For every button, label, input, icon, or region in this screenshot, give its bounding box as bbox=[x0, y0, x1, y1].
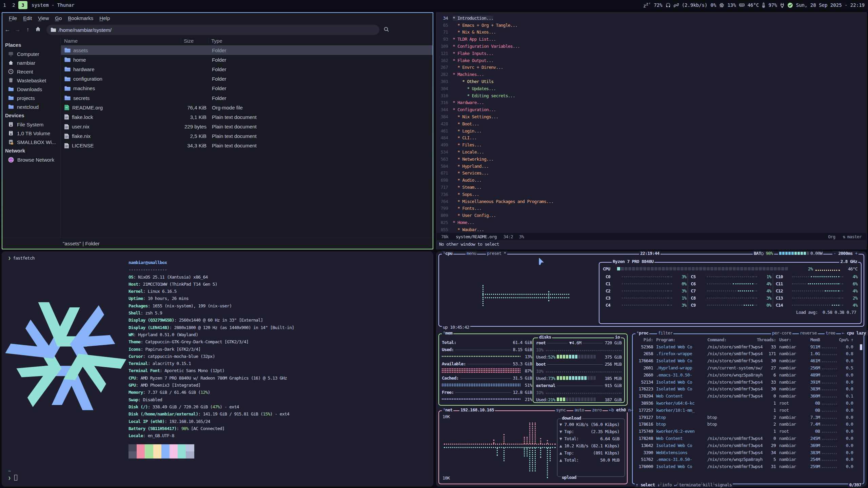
process-row[interactable]: 52368Isolated Web Co/nix/store/sm8fmrf3w… bbox=[633, 343, 864, 350]
org-heading[interactable]: 484 * CLI... bbox=[436, 135, 866, 142]
up-button[interactable]: ↑ bbox=[23, 26, 33, 33]
org-heading[interactable]: 764 * Miscellaneous Packages and Program… bbox=[436, 198, 866, 205]
org-heading[interactable]: 384 * Nix Settings... bbox=[436, 113, 866, 120]
network-icon[interactable] bbox=[674, 3, 679, 8]
menu-go[interactable]: Go bbox=[52, 15, 65, 21]
process-row[interactable]: 2658.firefox-wrappe/nix/store/sm8fmrf3wp… bbox=[633, 350, 864, 358]
menu-button[interactable]: menu bbox=[466, 251, 477, 256]
process-row[interactable]: 51762.emacs-31.0.50-/nix/store/wnqz5pa8r… bbox=[633, 456, 864, 463]
file-row-secrets[interactable]: secrets Folder bbox=[61, 93, 433, 103]
workspace-3[interactable]: 3 bbox=[18, 1, 27, 9]
org-heading[interactable]: 282* Machines... bbox=[436, 71, 866, 78]
file-row-README.org[interactable]: README.org 76,4 KiBOrg-mode file bbox=[61, 103, 433, 112]
org-heading[interactable]: 855 * Waubar... bbox=[436, 226, 866, 233]
org-heading[interactable]: 267 * Envrc + Direnv... bbox=[436, 64, 866, 71]
process-row[interactable]: 176223Isolated Web Co/nix/store/sm8fmrf3… bbox=[633, 386, 864, 393]
sidebar-item-1-0-tb-volume[interactable]: 1,0 TB Volume bbox=[2, 129, 60, 138]
sidebar-item-computer[interactable]: Computer bbox=[2, 49, 60, 58]
sidebar-item-nambiar[interactable]: nambiar bbox=[2, 58, 60, 67]
org-heading[interactable]: 316* Hardware... bbox=[436, 99, 866, 106]
process-row[interactable]: 2601.Hyprland-wrapp/run/current-system/s… bbox=[633, 364, 864, 371]
process-row[interactable]: 178248Web Content/nix/store/sm8fmrf3wps4… bbox=[633, 435, 864, 442]
net-auto-button[interactable]: auto bbox=[573, 407, 585, 412]
btop-window[interactable]: ¹cpu menu preset * 22:19:44 BAT○ 98% 0.0… bbox=[436, 251, 867, 487]
sidebar-item-downloads[interactable]: Downloads bbox=[2, 85, 60, 94]
org-heading[interactable]: 461 * Login... bbox=[436, 127, 866, 135]
process-row[interactable]: 176000Isolated Web Co/nix/store/sm8fmrf3… bbox=[633, 463, 864, 470]
file-row-assets[interactable]: assets Folder bbox=[61, 45, 433, 55]
menu-bookmarks[interactable]: Bookmarks bbox=[65, 15, 96, 21]
org-heading[interactable]: 65 * Emacs + Org + Tangle... bbox=[436, 22, 866, 29]
file-row-flake.nix[interactable]: flake.nix 2,5 KiBPlain text document bbox=[61, 131, 433, 141]
org-heading[interactable]: 799 * Fonts... bbox=[436, 205, 866, 212]
net-sync-button[interactable]: sync bbox=[555, 407, 567, 412]
forward-button[interactable]: → bbox=[13, 26, 23, 33]
search-icon[interactable] bbox=[383, 26, 389, 33]
sidebar-item-wastebasket[interactable]: Wastebasket bbox=[2, 76, 60, 85]
org-heading[interactable]: 671 * Services... bbox=[436, 170, 866, 177]
path-bar[interactable]: /home/nambiar/system/ bbox=[46, 25, 379, 35]
org-heading[interactable]: 303 * Other Utils bbox=[436, 78, 866, 85]
per-core-button[interactable]: per-core bbox=[771, 330, 792, 336]
process-row[interactable]: 3390WebExtensions/nix/store/sm8fmrf3wps4… bbox=[633, 449, 864, 456]
org-heading[interactable]: 304 * Updates... bbox=[436, 85, 866, 92]
sidebar-item-projects[interactable]: projects bbox=[2, 94, 60, 102]
process-row[interactable]: 175749kworker/6:2-even 1root0B 0.0 bbox=[633, 428, 864, 435]
volume-value[interactable]: 72% bbox=[654, 2, 662, 8]
process-row[interactable]: 179127btopbtop 2nambiar7.3M 0.0 bbox=[633, 414, 864, 421]
back-button[interactable]: ← bbox=[2, 26, 13, 33]
emacs-buffer[interactable]: 34* Introduction... 65 * Emacs + Org + T… bbox=[436, 15, 866, 233]
file-list-header[interactable]: NameSizeType bbox=[61, 37, 433, 45]
process-row[interactable]: 2660.emacs-31.0.50-/nix/store/wnqz5pa8ra… bbox=[633, 371, 864, 379]
sidebar-item-file-system[interactable]: File System bbox=[2, 120, 60, 129]
file-row-home[interactable]: home Folder bbox=[61, 55, 433, 64]
workspace-2[interactable]: 2 bbox=[9, 1, 18, 9]
org-heading[interactable]: 121* Flake Inputs... bbox=[436, 50, 866, 57]
org-heading[interactable]: 698 * Audio... bbox=[436, 177, 866, 184]
menu-view[interactable]: View bbox=[35, 15, 52, 21]
org-heading[interactable]: 71 * Nix & Nixos... bbox=[436, 29, 866, 36]
workspace-1[interactable]: 1 bbox=[0, 1, 9, 9]
org-heading[interactable]: 428 * Boot... bbox=[436, 120, 866, 127]
tree-button[interactable]: tree bbox=[825, 330, 836, 336]
preset-button[interactable]: preset * bbox=[486, 251, 507, 256]
proc-filter-button[interactable]: filter bbox=[657, 330, 673, 336]
process-row[interactable]: 177257kworker/10:1-mm_ 1root0B 0.0 bbox=[633, 407, 864, 414]
menu-help[interactable]: Help bbox=[96, 15, 113, 21]
org-heading[interactable]: 563 * Networking... bbox=[436, 156, 866, 163]
process-row[interactable]: 38936kworker/u64:6-kc 1root0B 0.0 bbox=[633, 400, 864, 407]
org-heading[interactable]: 809 * User Config... bbox=[436, 212, 866, 219]
file-row-machines[interactable]: machines Folder bbox=[61, 84, 433, 93]
process-row[interactable]: 13642Isolated Web Co/nix/store/sm8fmrf3w… bbox=[633, 442, 864, 449]
org-heading[interactable]: 93* TLDR App List... bbox=[436, 36, 866, 43]
process-row[interactable]: 52134Isolated Web Co/nix/store/sm8fmrf3w… bbox=[633, 379, 864, 386]
sidebar-item-recent[interactable]: Recent bbox=[2, 67, 60, 76]
org-heading[interactable]: 584 * Hyprland... bbox=[436, 163, 866, 170]
file-row-flake.lock[interactable]: flake.lock 3,1 KiBPlain text document bbox=[61, 112, 433, 122]
org-heading[interactable]: 162* Flake Output... bbox=[436, 57, 866, 64]
idle-inhibit-icon[interactable]: zzᶻ bbox=[643, 2, 651, 8]
clock-date[interactable]: Sun, 28 Sep 2025 - 22:19 bbox=[796, 2, 865, 8]
sidebar-item-smallbox-wi-[interactable]: SMALLBOX Wi... bbox=[2, 138, 60, 146]
net-zero-button[interactable]: zero bbox=[591, 407, 603, 412]
menu-file[interactable]: File bbox=[6, 15, 20, 21]
org-heading[interactable]: 310 * Editing secrets... bbox=[436, 92, 866, 99]
org-heading[interactable]: 499 * Files... bbox=[436, 141, 866, 148]
org-heading[interactable]: 534 * Locale... bbox=[436, 148, 866, 156]
terminal-window[interactable]: ❯ fastfetch nambiar@smallbox------------… bbox=[2, 251, 433, 487]
menu-edit[interactable]: Edit bbox=[20, 15, 35, 21]
org-heading[interactable]: 109* Configuration Variables... bbox=[436, 43, 866, 50]
file-row-hardware[interactable]: hardware Folder bbox=[61, 64, 433, 74]
process-row[interactable]: 178294Web Content/nix/store/sm8fmrf3wps4… bbox=[633, 392, 864, 400]
org-heading[interactable]: 736 * Sops... bbox=[436, 191, 866, 198]
org-heading[interactable]: 825* Home... bbox=[436, 219, 866, 226]
org-heading[interactable]: 717 * Steam... bbox=[436, 184, 866, 191]
reverse-button[interactable]: reverse bbox=[799, 330, 818, 336]
sidebar-item-nextcloud[interactable]: nextcloud bbox=[2, 102, 60, 111]
updates-ok-icon[interactable] bbox=[787, 2, 793, 8]
file-row-LICENSE[interactable]: LICENSE 34,3 KiBPlain text document bbox=[61, 141, 433, 150]
org-heading[interactable]: 344* Configuration... bbox=[436, 106, 866, 113]
sidebar-item-browse-network[interactable]: Browse Network bbox=[2, 155, 60, 164]
process-row[interactable]: 178616btopbtop 2nambiar7.4M 0.0 bbox=[633, 421, 864, 428]
home-button[interactable] bbox=[33, 26, 43, 33]
